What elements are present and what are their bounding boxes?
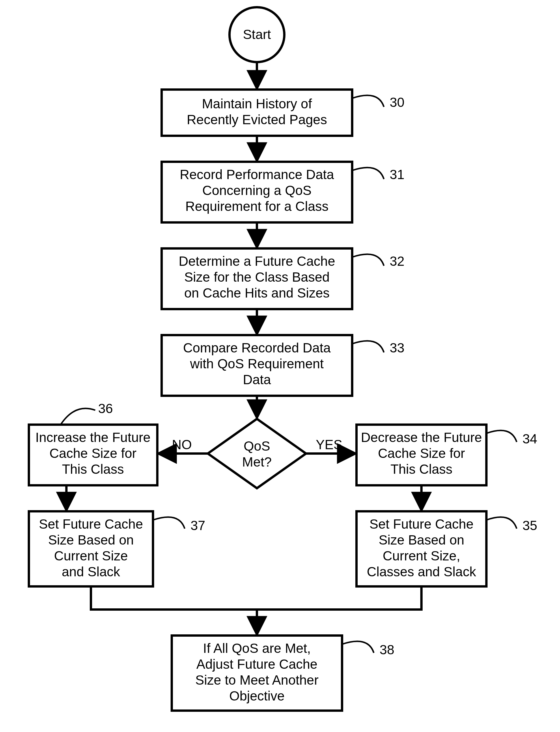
ref-curve-31 <box>352 167 384 179</box>
ref-curve-36 <box>61 409 95 425</box>
ref-36: 36 <box>98 401 113 416</box>
ref-37: 37 <box>191 518 205 533</box>
box-35-line4: Classes and Slack <box>367 564 476 579</box>
yes-label: YES <box>316 437 342 452</box>
ref-38: 38 <box>380 642 394 657</box>
ref-curve-30 <box>352 95 384 107</box>
box-34-line1: Decrease the Future <box>361 430 482 445</box>
ref-34: 34 <box>522 431 537 446</box>
ref-curve-32 <box>352 254 384 266</box>
ref-curve-38 <box>342 641 374 653</box>
box-33-line3: Data <box>243 372 271 387</box>
box-32-line2: Size for the Class Based <box>184 269 330 284</box>
box-31-line2: Concerning a QoS <box>202 183 311 198</box>
box-31-line1: Record Performance Data <box>180 167 334 182</box>
box-32-line3: on Cache Hits and Sizes <box>184 285 330 300</box>
box-37-line2: Size Based on <box>48 532 134 547</box>
box-33-line2: with QoS Requirement <box>190 356 324 371</box>
box-36-line2: Cache Size for <box>49 446 137 461</box>
box-38-line3: Size to Meet Another <box>195 673 318 688</box>
box-35-line1: Set Future Cache <box>369 517 474 532</box>
box-33-line1: Compare Recorded Data <box>183 340 331 355</box>
decision-line1: QoS <box>244 439 270 454</box>
box-38-line2: Adjust Future Cache <box>196 657 317 672</box>
box-37-line3: Current Size <box>54 548 128 563</box>
ref-curve-33 <box>352 341 384 352</box>
decision-qos-met <box>208 419 306 488</box>
box-34-line3: This Class <box>391 462 453 477</box>
box-32-line1: Determine a Future Cache <box>179 254 335 269</box>
box-31-line3: Requirement for a Class <box>185 199 328 214</box>
box-38-line1: If All QoS are Met, <box>203 641 311 656</box>
ref-curve-34 <box>486 431 517 442</box>
box-34-line2: Cache Size for <box>378 446 465 461</box>
ref-32: 32 <box>390 254 404 269</box>
ref-35: 35 <box>522 518 537 533</box>
box-35-line3: Current Size, <box>383 548 460 563</box>
box-35-line2: Size Based on <box>379 532 464 547</box>
box-38-line4: Objective <box>229 688 285 703</box>
box-30-line1: Maintain History of <box>202 96 312 111</box>
box-30-line2: Recently Evicted Pages <box>187 112 327 127</box>
no-label: NO <box>172 437 192 452</box>
decision-line2: Met? <box>242 455 272 470</box>
box-37-line4: and Slack <box>62 564 120 579</box>
box-36-line1: Increase the Future <box>36 430 151 445</box>
flowchart: Start Maintain History of Recently Evict… <box>0 0 560 732</box>
ref-curve-35 <box>486 517 517 529</box>
ref-33: 33 <box>390 340 404 355</box>
start-label: Start <box>243 27 271 42</box>
box-37-line1: Set Future Cache <box>39 517 143 532</box>
ref-curve-37 <box>153 517 185 529</box>
ref-30: 30 <box>390 95 404 110</box>
ref-31: 31 <box>390 167 404 182</box>
box-36-line3: This Class <box>62 462 124 477</box>
